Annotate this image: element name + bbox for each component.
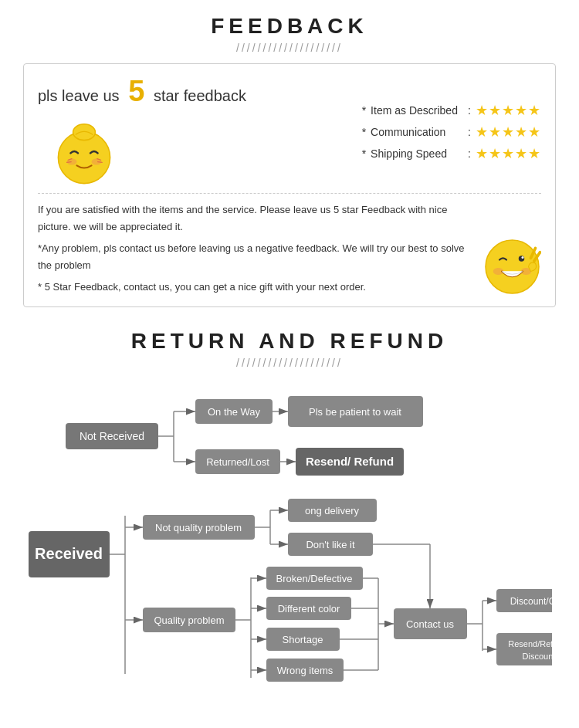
feedback-ratings: * Item as Described : ★★★★★ * Communicat…: [362, 102, 541, 162]
rating-stars-comm: ★★★★★: [476, 124, 541, 141]
feedback-divider: ////////////////////: [23, 42, 556, 54]
refund-flowchart: Not Received On the Way Pls be patient t…: [27, 381, 552, 713]
svg-text:Contact us: Contact us: [406, 618, 455, 630]
feedback-top-row: pls leave us 5 star feedback: [38, 75, 541, 185]
svg-text:Resend/Refund/: Resend/Refund/: [508, 639, 552, 648]
rating-label-comm: Communication: [371, 126, 463, 138]
svg-point-10: [522, 256, 524, 259]
svg-text:Don't like it: Don't like it: [306, 539, 355, 550]
svg-text:Pls be patient to wait: Pls be patient to wait: [309, 406, 401, 418]
svg-text:Returned/Lost: Returned/Lost: [206, 456, 269, 468]
refund-title: RETURN AND REFUND: [23, 329, 556, 354]
rating-label-ship: Shipping Speed: [371, 147, 463, 160]
svg-text:Discount/Gifts: Discount/Gifts: [510, 596, 552, 607]
rating-stars-ship: ★★★★★: [476, 145, 541, 162]
svg-text:Received: Received: [35, 545, 103, 562]
feedback-line-3: * 5 Star Feedback, contact us, you can g…: [38, 279, 476, 296]
feedback-left: pls leave us 5 star feedback: [38, 75, 246, 185]
feedback-box: pls leave us 5 star feedback: [23, 63, 556, 307]
svg-text:ong delivery: ong delivery: [305, 505, 360, 516]
happy-emoji-icon: [483, 238, 541, 296]
svg-text:Different color: Different color: [278, 603, 340, 615]
svg-point-7: [73, 124, 96, 141]
five-star-text: pls leave us 5 star feedback: [38, 75, 246, 108]
five-star-num: 5: [128, 75, 144, 107]
five-star-post: star feedback: [154, 87, 246, 104]
svg-text:Quality problem: Quality problem: [154, 615, 224, 626]
svg-text:On the Way: On the Way: [208, 406, 261, 418]
rating-stars-item: ★★★★★: [476, 102, 541, 119]
rating-row-item: * Item as Described : ★★★★★: [362, 102, 541, 119]
feedback-title: FEEDBACK: [23, 14, 556, 39]
svg-text:Not Received: Not Received: [80, 430, 144, 442]
refund-divider: ////////////////////: [23, 357, 556, 369]
svg-text:Discount: Discount: [523, 652, 552, 661]
feedback-line-2: *Any problem, pls contact us before leav…: [38, 240, 476, 274]
svg-line-6: [98, 162, 103, 163]
rating-label-item: Item as Described: [371, 104, 463, 117]
refund-section: RETURN AND REFUND //////////////////// N…: [0, 315, 579, 728]
rating-row-comm: * Communication : ★★★★★: [362, 124, 541, 141]
feedback-section: FEEDBACK //////////////////// pls leave …: [0, 0, 579, 315]
feedback-bottom: If you are satisfied with the items and …: [38, 193, 541, 296]
svg-text:Not quality problem: Not quality problem: [155, 522, 242, 533]
smiley-sleeping-icon: [53, 124, 115, 185]
feedback-line-1: If you are satisfied with the items and …: [38, 201, 476, 235]
rating-row-ship: * Shipping Speed : ★★★★★: [362, 145, 541, 162]
svg-text:Wrong items: Wrong items: [277, 665, 334, 676]
svg-line-4: [67, 162, 72, 163]
svg-text:Shortage: Shortage: [283, 634, 323, 645]
svg-point-9: [519, 256, 525, 262]
svg-text:Broken/Defective: Broken/Defective: [276, 573, 353, 584]
five-star-pre: pls leave us: [38, 87, 120, 104]
feedback-text: If you are satisfied with the items and …: [38, 201, 483, 296]
svg-text:Resend/ Refund: Resend/ Refund: [306, 455, 394, 468]
